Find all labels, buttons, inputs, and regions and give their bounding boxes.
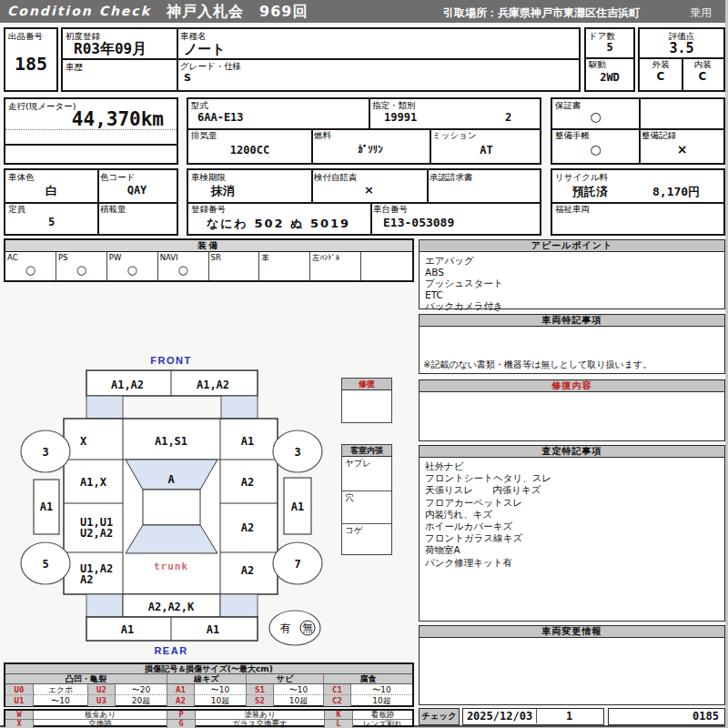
legend-groups: 凸凹・亀裂 線キズ サビ 腐食	[5, 674, 412, 684]
legend-group-corrosion: 腐食	[324, 674, 412, 684]
body-color-value: 白	[5, 183, 97, 199]
sheet-number: 0185	[693, 710, 719, 723]
model-code-label: 型式	[191, 100, 208, 110]
recycle-label: リサイクル料	[555, 172, 608, 182]
equipment-cell-lhd: 左ﾊﾝﾄﾞﾙ	[310, 252, 361, 280]
registration-box: 車検期限 抹消 検付自賠責 × 承認請求書 登録番号 なにわ 502 ぬ 501…	[187, 168, 541, 236]
front-bumper-right-code: A1,A2	[197, 379, 229, 391]
legend-size: 〜10	[195, 684, 247, 695]
check-label-cell: チェック	[419, 708, 460, 725]
appeal-panel: アピールポイント エアバッグ ABS プッシュスタート ETC バックカメラ付き	[419, 239, 725, 309]
recycle-box: リサイクル料 預託済 8,170円 福祉車両	[551, 168, 725, 236]
legend-group-rust: サビ	[247, 674, 324, 684]
left-fender-code: X	[80, 435, 87, 448]
divider	[188, 128, 540, 130]
wheel-rear-right-value: 7	[294, 558, 300, 571]
equipment-label: AC	[7, 253, 18, 263]
interior-value: C	[682, 70, 723, 83]
equipment-cell-leather: 革	[259, 252, 310, 280]
legend-code: C2	[324, 695, 351, 706]
rear-bumper-right-code: A1	[207, 623, 219, 636]
legend-group-dent: 凸凹・亀裂	[5, 674, 167, 684]
legend-title: 損傷記号＆損傷サイズ(〜最大cm)	[5, 664, 412, 674]
legend-size: 〜20	[116, 684, 167, 695]
pickup-location: 引取場所：兵庫県神戸市東灘区住吉浜町	[443, 5, 640, 21]
equipment-label: PS	[58, 253, 68, 263]
color-code-label: 色コード	[100, 172, 135, 182]
equipment-title: 装備	[5, 240, 412, 252]
front-corner-left	[86, 396, 123, 419]
plate-label: 登録番号	[191, 204, 226, 214]
first-registration-value: R03年09月	[74, 40, 147, 59]
engine-box: 型式 6AA-E13 指定・類別 19991 2 排気量 1200CC 燃料 ｶ…	[187, 97, 541, 165]
body-color-label: 車体色	[8, 172, 35, 182]
rear-corner-right	[220, 594, 258, 617]
mark-code: X	[5, 720, 34, 728]
interior-label: 内装	[682, 59, 723, 69]
roof	[143, 490, 200, 525]
rear-panel-code: A2,A2,K	[148, 601, 195, 613]
right-fender-code: A1	[241, 435, 254, 448]
legend-code: S2	[247, 695, 274, 706]
history-label: 車歴	[66, 62, 83, 72]
mileage-label: 走行(現メーター)	[8, 101, 76, 111]
equipment-value: ○	[107, 263, 157, 277]
car-damage-diagram: FRONT REAR A1,A2 A1,A2 X A1,X U1,U1 U2,A…	[0, 349, 419, 662]
legend-size: 10超	[351, 695, 412, 706]
appeal-title: アピールポイント	[420, 240, 724, 252]
chassis-label: 車台番号	[373, 204, 408, 214]
equipment-cell-navi: NAVI○	[158, 252, 209, 280]
assessment-title: 査定特記事項	[420, 446, 724, 458]
mission-value: AT	[430, 144, 543, 157]
maintenance-record-value: ×	[639, 142, 725, 157]
legend-size: 〜10	[34, 695, 88, 706]
exterior-label: 外装	[640, 59, 682, 69]
legend-size: 20超	[116, 695, 167, 706]
right-front-door-code: A2	[241, 476, 254, 489]
class-value-1: 19991	[384, 111, 417, 124]
displacement-value: 1200CC	[188, 144, 311, 157]
doors-value: 5	[586, 41, 633, 54]
marks-row-2: X 交換跡 G ガラス交換要す L レンズ割れ	[5, 720, 412, 728]
maintenance-record-label: 整備記録	[642, 130, 676, 140]
equipment-label: 左ﾊﾝﾄﾞﾙ	[312, 253, 339, 263]
equipment-label: PW	[109, 253, 122, 263]
equipment-cell-extra	[361, 252, 412, 280]
legend-code: U2	[88, 684, 116, 695]
divider	[177, 29, 178, 90]
left-quarter-code-2: A2	[80, 573, 93, 586]
lot-number-label: 出品番号	[8, 31, 43, 41]
front-bumper-left-code: A1,A2	[111, 379, 144, 391]
class-value-2: 2	[505, 111, 511, 124]
vehicle-notes-text: ※記載のない書類・機器等は無しとして取り扱います。	[423, 359, 652, 371]
equipment-label: 革	[261, 253, 269, 263]
legend-row-1: U0 エクボ U2 〜20 A1 〜10 S1 〜10 C1 〜10	[5, 684, 412, 695]
divider	[370, 202, 372, 234]
windshield-code: A	[167, 473, 175, 486]
fuel-label: 燃料	[314, 130, 331, 140]
damage-legend-table: 損傷記号＆損傷サイズ(〜最大cm) 凸凹・亀裂 線キズ サビ 腐食 U0 エクボ…	[4, 662, 414, 707]
model-code-value: 6AA-E13	[197, 111, 244, 124]
check-label: チェック	[420, 709, 459, 723]
warranty-box: 保証書 ○ 整備手帳 ○ 整備記録 ×	[551, 97, 725, 165]
legend-code: U1	[5, 695, 34, 706]
check-count: 1	[536, 710, 602, 723]
score-box: 評価点 3.5 外装 C 内装 C	[638, 27, 725, 92]
drive-label: 駆動	[589, 59, 606, 69]
inspection-value: 抹消	[211, 183, 235, 199]
mark-code: K	[325, 711, 353, 720]
legend-size: 10超	[195, 695, 247, 706]
hood-code: A1,S1	[155, 435, 187, 448]
model-name-value: ノート	[184, 41, 226, 58]
mileage-value: 44,370km	[72, 108, 164, 130]
capacity-label: 定員	[8, 204, 25, 214]
fuel-value: ｶﾞｿﾘﾝ	[311, 144, 430, 156]
brand-logo: Condition Check	[7, 4, 151, 18]
auction-title: 神戸入札会 969回	[167, 3, 308, 22]
divider	[188, 202, 540, 204]
wheel-front-right-value: 3	[294, 446, 300, 459]
vehicle-notes-panel: 車両特記事項 ※記載のない書類・機器等は無しとして取り扱います。	[419, 314, 725, 374]
maintenance-book-value: ○	[552, 142, 639, 157]
doors-drive-box: ドア数 5 駆動 2WD	[584, 27, 635, 92]
equipment-value: ○	[56, 263, 106, 277]
